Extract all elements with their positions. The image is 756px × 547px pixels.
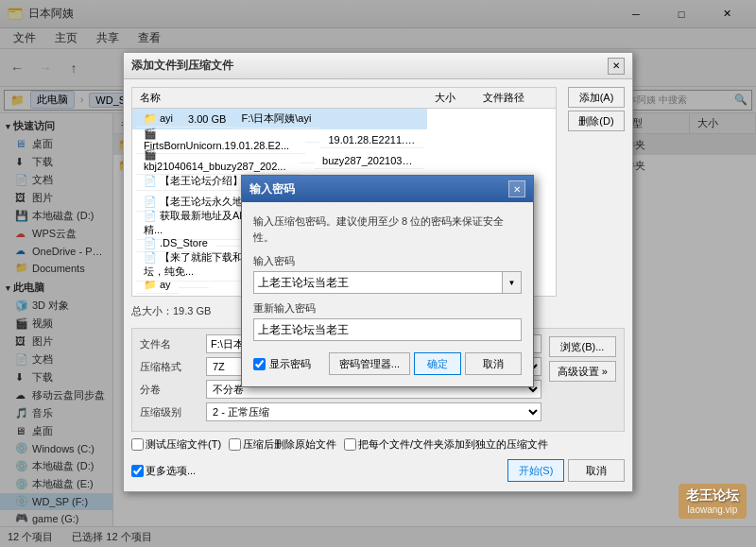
show-pwd-checkbox[interactable] xyxy=(253,358,266,370)
drive-d-icon: 💾 xyxy=(15,210,28,223)
onedrive-icon: ☁ xyxy=(15,245,28,258)
password-dialog: 输入密码 ✕ 输入压缩包密码。建议使用至少 8 位的密码来保证安全性。 输入密码… xyxy=(241,175,534,387)
sidebar-drive-f[interactable]: 💿 WD_SP (F:) xyxy=(0,493,112,510)
each-file-checkbox-label[interactable]: 把每个文件/文件夹添加到独立的压缩文件 xyxy=(344,437,548,452)
sidebar-item-downloads[interactable]: ⬇ 下载 xyxy=(0,153,112,171)
quick-access-section: ▾ 快速访问 🖥 桌面 ⬇ 下载 📄 文档 🖼 图片 💾 本地磁盘 (D:) xyxy=(0,117,112,277)
forward-button[interactable]: → xyxy=(32,55,59,81)
menu-share[interactable]: 共享 xyxy=(87,28,129,48)
title-bar: 日本阿姨 ─ □ ✕ xyxy=(0,0,756,28)
pwd-ok-button[interactable]: 确定 xyxy=(414,352,461,375)
sidebar-item-desktop2[interactable]: 🖥 桌面 xyxy=(0,422,112,440)
pics-icon: 🖼 xyxy=(15,335,28,349)
docs2-icon: 📄 xyxy=(15,353,28,367)
pwd-label: 输入密码 xyxy=(253,254,522,268)
filename-label: 文件名 xyxy=(140,337,206,351)
add-cancel-button[interactable]: 取消 xyxy=(568,459,625,482)
docs-folder-icon: 📁 xyxy=(15,262,28,275)
pwd-hint: 输入压缩包密码。建议使用至少 8 位的密码来保证安全性。 xyxy=(253,214,522,245)
confirm-input[interactable] xyxy=(253,318,522,341)
this-pc-header[interactable]: ▾ 此电脑 xyxy=(0,279,112,297)
this-pc-label: 此电脑 xyxy=(13,281,44,295)
delete-orig-checkbox-label[interactable]: 压缩后删除原始文件 xyxy=(229,437,336,452)
sidebar-item-video[interactable]: 🎬 视频 xyxy=(0,315,112,333)
sidebar-item-documents[interactable]: 📄 文档 xyxy=(0,171,112,189)
document-icon: 📄 xyxy=(15,174,28,187)
quick-access-header[interactable]: ▾ 快速访问 xyxy=(0,117,112,135)
pwd-close-button[interactable]: ✕ xyxy=(508,180,525,197)
sidebar-item-onedrive[interactable]: ☁ OneDrive - Perso... xyxy=(0,243,112,260)
delete-file-button[interactable]: 删除(D) xyxy=(568,111,625,131)
format-label: 压缩格式 xyxy=(140,360,206,374)
more-options-checkbox[interactable] xyxy=(131,465,144,477)
pwd-body: 输入压缩包密码。建议使用至少 8 位的密码来保证安全性。 输入密码 ▼ 重新输入… xyxy=(242,202,533,386)
picture-icon: 🖼 xyxy=(15,192,28,205)
search-icon: 🔍 xyxy=(734,94,747,106)
menu-view[interactable]: 查看 xyxy=(129,28,170,48)
sidebar-item-3d[interactable]: 🧊 3D 对象 xyxy=(0,297,112,315)
item-count: 12 个项目 xyxy=(8,530,53,544)
sidebar-drive-e[interactable]: 💿 本地磁盘 (E:) xyxy=(0,475,112,493)
back-button[interactable]: ← xyxy=(4,55,30,81)
each-file-checkbox[interactable] xyxy=(344,438,356,451)
col-size-header[interactable]: 大小 xyxy=(690,113,756,133)
menu-home[interactable]: 主页 xyxy=(45,28,87,48)
level-row: 压缩级别 2 - 正常压缩 xyxy=(140,402,541,421)
password-input[interactable] xyxy=(254,272,502,293)
sidebar-item-music[interactable]: 🎵 音乐 xyxy=(0,404,112,422)
delete-orig-checkbox[interactable] xyxy=(229,438,241,451)
test-checkbox[interactable] xyxy=(131,438,144,451)
pwd-titlebar: 输入密码 ✕ xyxy=(242,176,533,202)
level-select[interactable]: 2 - 正常压缩 xyxy=(206,402,541,421)
pwd-dropdown-btn[interactable]: ▼ xyxy=(502,272,521,293)
file-action-buttons: 添加(A) 删除(D) xyxy=(568,87,625,328)
download-icon: ⬇ xyxy=(15,156,28,169)
add-dialog-close[interactable]: ✕ xyxy=(608,58,625,75)
advanced-button[interactable]: 高级设置 » xyxy=(549,361,616,382)
sidebar-drive-d[interactable]: 💿 本地磁盘 (D:) xyxy=(0,457,112,475)
menu-bar: 文件 主页 共享 查看 xyxy=(0,28,756,49)
sidebar-item-desktop[interactable]: 🖥 桌面 xyxy=(0,135,112,153)
sidebar-drive-c[interactable]: 💿 Windows (C:) xyxy=(0,440,112,457)
sidebar-drive-g1[interactable]: 🎮 game (G:) xyxy=(0,510,112,526)
breadcrumb-pc[interactable]: 此电脑 xyxy=(30,91,75,109)
start-button[interactable]: 开始(S) xyxy=(507,459,564,482)
split-label: 分卷 xyxy=(140,383,206,397)
quick-access-label: 快速访问 xyxy=(13,119,55,133)
table-col-path: 文件路径 xyxy=(475,88,556,109)
add-dialog-titlebar: 添加文件到压缩文件 ✕ xyxy=(124,53,632,79)
cloud-sync-icon: ☁ xyxy=(15,389,28,402)
window-controls: ─ □ ✕ xyxy=(614,5,748,24)
sidebar-item-docs2[interactable]: 📄 文档 xyxy=(0,350,112,368)
desktop2-icon: 🖥 xyxy=(15,425,28,438)
dialog-footer: 更多选项... 开始(S) 取消 xyxy=(131,455,625,484)
pwd-footer: 显示密码 密码管理器... 确定 取消 xyxy=(253,352,522,375)
maximize-button[interactable]: □ xyxy=(660,5,703,24)
test-checkbox-label[interactable]: 测试压缩文件(T) xyxy=(131,437,221,452)
sidebar-item-d-drive[interactable]: 💾 本地磁盘 (D:) xyxy=(0,207,112,225)
sidebar-item-docs-folder[interactable]: 📁 Documents xyxy=(0,260,112,277)
show-pwd-label[interactable]: 显示密码 xyxy=(253,357,311,371)
minimize-button[interactable]: ─ xyxy=(614,5,658,24)
more-options-label[interactable]: 更多选项... xyxy=(131,464,196,478)
sidebar-item-pictures[interactable]: 🖼 图片 xyxy=(0,189,112,207)
add-file-button[interactable]: 添加(A) xyxy=(568,87,625,108)
browse-button[interactable]: 浏览(B)... xyxy=(549,336,616,357)
sidebar-item-downloads2[interactable]: ⬇ 下载 xyxy=(0,368,112,386)
watermark-sub: laowang.vip xyxy=(686,504,739,515)
app-icon xyxy=(8,7,23,22)
up-button[interactable]: ↑ xyxy=(60,55,87,81)
sidebar-item-wps[interactable]: ☁ WPS云盘 xyxy=(0,225,112,243)
menu-file[interactable]: 文件 xyxy=(4,28,45,48)
level-label: 压缩级别 xyxy=(140,405,206,419)
pwd-input-combo[interactable]: ▼ xyxy=(253,271,522,294)
pwd-manager-button[interactable]: 密码管理器... xyxy=(329,352,410,375)
close-button[interactable]: ✕ xyxy=(705,5,748,24)
drive-c-icon: 💿 xyxy=(15,442,28,455)
sidebar: ▾ 快速访问 🖥 桌面 ⬇ 下载 📄 文档 🖼 图片 💾 本地磁盘 (D:) xyxy=(0,113,113,526)
pwd-cancel-button[interactable]: 取消 xyxy=(465,352,522,375)
3d-icon: 🧊 xyxy=(15,299,28,313)
table-row[interactable]: 🎬kbj21040614_bbuzy287_202... buzy287_202… xyxy=(132,150,427,171)
sidebar-item-pics[interactable]: 🖼 图片 xyxy=(0,333,112,350)
sidebar-item-cloud-sync[interactable]: ☁ 移动云盘同步盘 xyxy=(0,386,112,404)
